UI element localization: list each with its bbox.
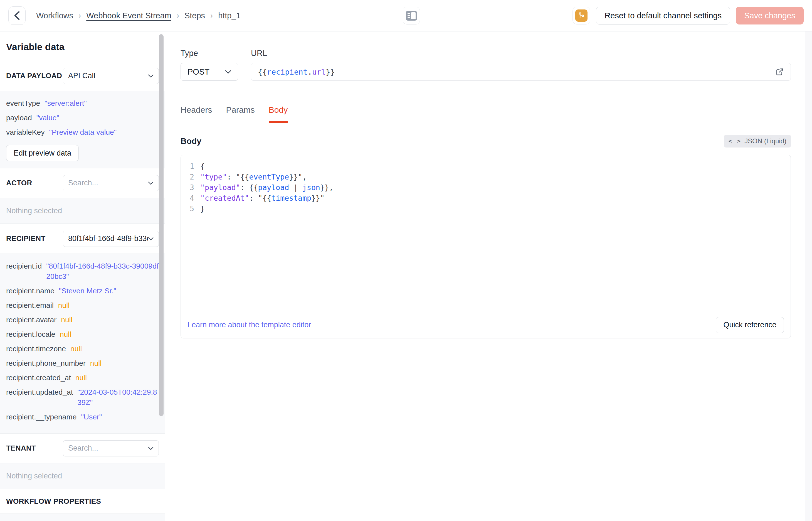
breadcrumb-separator: ›: [177, 12, 179, 20]
variable-key: payload: [6, 113, 32, 123]
code-token: }: [200, 204, 205, 213]
template-editor-docs-link[interactable]: Learn more about the template editor: [188, 321, 311, 329]
code-token: ,: [329, 183, 334, 192]
line-number: 4: [181, 193, 200, 203]
breadcrumb-steps[interactable]: Steps: [185, 11, 205, 20]
reset-channel-settings-button[interactable]: Reset to default channel settings: [596, 7, 730, 24]
empty-state: Nothing selected: [0, 198, 165, 224]
url-token: }}: [326, 68, 335, 76]
code-editor[interactable]: 1{2"type": "{{eventType}}",3"payload": {…: [181, 155, 791, 312]
breadcrumb-step-name: http_1: [218, 11, 241, 20]
version-diff-button[interactable]: [572, 7, 590, 24]
recipient-select[interactable]: 80f1f4bf-166d-48f9-b33c: [63, 231, 159, 247]
url-value: {{recipient.url}}: [258, 68, 775, 76]
code-text: {: [200, 161, 205, 172]
variable-value: "User": [81, 412, 159, 422]
variable-row: recipient.__typename"User": [6, 412, 159, 422]
section-header-label: WORKFLOW PROPERTIES: [6, 497, 101, 506]
actor-value: Search...: [68, 179, 148, 187]
sidebar-scrollbar-thumb[interactable]: [159, 34, 164, 416]
quick-reference-button[interactable]: Quick reference: [716, 317, 784, 333]
url-token: recipient: [267, 68, 308, 76]
variable-key: recipient.avatar: [6, 315, 56, 325]
variable-key: variableKey: [6, 127, 45, 137]
branch-icon: [575, 9, 588, 22]
code-token: :: [240, 183, 249, 192]
back-button[interactable]: [8, 6, 26, 25]
breadcrumb-workflow-name[interactable]: Webhook Event Stream: [86, 11, 171, 20]
line-number: 5: [181, 203, 200, 214]
method-select-value: POST: [188, 67, 210, 76]
code-token: ": [236, 173, 240, 181]
line-number: 2: [181, 172, 200, 182]
variable-row: recipient.timezonenull: [6, 344, 159, 354]
method-select[interactable]: POST: [181, 63, 238, 81]
variable-row: recipient.id"80f1f4bf-166d-48f9-b33c-390…: [6, 261, 159, 282]
code-token: }}: [320, 183, 329, 192]
language-badge-label: JSON (Liquid): [744, 137, 786, 145]
variable-value: "2024-03-05T00:42:29.839Z": [77, 387, 159, 408]
breadcrumb-workflows[interactable]: Workflows: [36, 11, 73, 20]
code-token: {: [200, 162, 205, 171]
empty-state: Nothing selected: [0, 463, 165, 489]
chevron-down-icon: [148, 74, 153, 78]
code-token: json: [302, 183, 320, 192]
variable-value: "Steven Metz Sr.": [59, 286, 159, 296]
code-line: 2"type": "{{eventType}}",: [181, 172, 791, 182]
body-section-label: Body: [181, 136, 201, 146]
url-label: URL: [251, 49, 791, 58]
recipient-value: 80f1f4bf-166d-48f9-b33c: [68, 234, 148, 243]
section-label-data-payload: DATA PAYLOAD: [6, 71, 62, 80]
tenant-value: Search...: [68, 444, 148, 453]
variable-key: eventType: [6, 98, 40, 109]
actor-search-input[interactable]: Search...: [63, 175, 159, 191]
variable-value: null: [90, 358, 159, 368]
section-label-actor: ACTOR: [6, 179, 32, 187]
type-field: Type POST: [181, 49, 238, 81]
variable-value: null: [75, 373, 159, 383]
code-line: 5}: [181, 203, 791, 214]
code-token: ": [320, 194, 325, 202]
chevron-down-icon: [148, 447, 153, 450]
variable-key: recipient.created_at: [6, 373, 71, 383]
variable-row: recipient.name"Steven Metz Sr.": [6, 286, 159, 296]
tenant-search-input[interactable]: Search...: [63, 440, 159, 456]
panel-layout-icon: [406, 10, 417, 21]
variable-value: "Preview data value": [49, 127, 159, 137]
tab-body[interactable]: Body: [269, 105, 288, 123]
url-token: {{: [258, 68, 267, 76]
external-link-icon[interactable]: [775, 68, 784, 76]
variable-key: recipient.__typename: [6, 412, 76, 422]
data-payload-value: API Call: [68, 71, 148, 80]
code-token: "type": [200, 173, 227, 181]
toggle-sidebar-button[interactable]: [403, 7, 420, 24]
variable-key: recipient.locale: [6, 329, 55, 340]
section-data-payload: DATA PAYLOADAPI Call: [0, 61, 165, 91]
code-token: "createdAt": [200, 194, 249, 202]
preview-data-section: eventType"server:alert"payload"value"var…: [0, 91, 165, 168]
chevron-down-icon: [148, 181, 153, 185]
data-payload-select[interactable]: API Call: [63, 68, 159, 84]
save-changes-button[interactable]: Save changes: [736, 7, 804, 24]
tab-params[interactable]: Params: [226, 105, 255, 123]
language-badge: < > JSON (Liquid): [724, 135, 791, 148]
code-token: ": [258, 194, 262, 202]
code-line: 3"payload": {{payload | json}},: [181, 182, 791, 193]
url-field: URL {{recipient.url}}: [251, 49, 791, 81]
section-actor: ACTORSearch...: [0, 168, 165, 198]
code-text: "payload": {{payload | json}},: [200, 182, 334, 193]
chevron-down-icon: [225, 70, 231, 74]
code-text: "type": "{{eventType}}",: [200, 172, 307, 182]
tab-headers[interactable]: Headers: [181, 105, 212, 123]
workflow-properties-section: workflow.id"e91ddae4-7f99-45cb-a688-3c12…: [0, 514, 165, 521]
url-input[interactable]: {{recipient.url}}: [251, 63, 791, 81]
edit-preview-data-button[interactable]: Edit preview data: [6, 145, 79, 161]
code-line: 1{: [181, 161, 791, 172]
code-token: "payload": [200, 183, 240, 192]
chevron-down-icon: [148, 237, 153, 241]
section-label-recipient: RECIPIENT: [6, 234, 45, 243]
topbar-actions: Reset to default channel settings Save c…: [572, 7, 804, 24]
variable-key: recipient.name: [6, 286, 54, 296]
section-tenant: TENANTSearch...: [0, 434, 165, 463]
page-scrollbar-gutter: [805, 31, 812, 521]
